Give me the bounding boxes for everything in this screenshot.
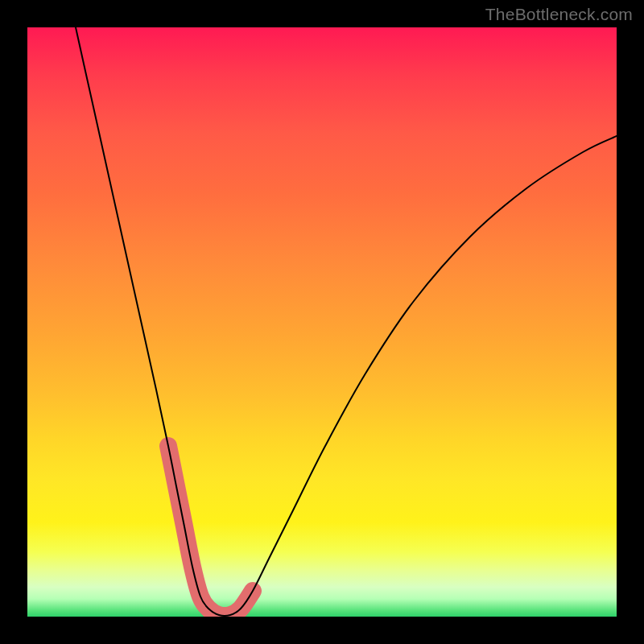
chart-frame: TheBottleneck.com bbox=[0, 0, 644, 644]
chart-plot-area bbox=[27, 27, 617, 617]
watermark-text: TheBottleneck.com bbox=[485, 5, 633, 24]
highlight-band-path bbox=[168, 446, 253, 616]
bottleneck-curve-path bbox=[76, 27, 617, 616]
chart-svg bbox=[27, 27, 617, 617]
